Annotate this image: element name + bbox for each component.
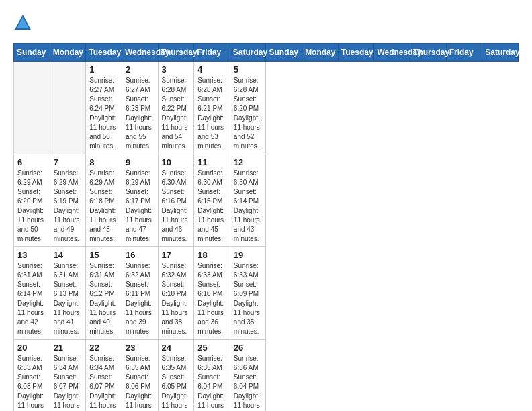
day-info: Sunrise: 6:29 AM Sunset: 6:18 PM Dayligh… [89, 169, 118, 244]
day-cell: 6Sunrise: 6:29 AM Sunset: 6:20 PM Daylig… [14, 154, 50, 247]
col-header-saturday: Saturday [230, 44, 266, 62]
week-row-1: 1Sunrise: 6:27 AM Sunset: 6:24 PM Daylig… [14, 62, 519, 154]
day-number: 16 [126, 250, 154, 260]
day-cell: 4Sunrise: 6:28 AM Sunset: 6:21 PM Daylig… [194, 62, 230, 154]
day-cell [50, 62, 86, 154]
day-cell: 1Sunrise: 6:27 AM Sunset: 6:24 PM Daylig… [86, 62, 122, 154]
day-cell: 5Sunrise: 6:28 AM Sunset: 6:20 PM Daylig… [230, 62, 266, 154]
day-cell: 10Sunrise: 6:30 AM Sunset: 6:16 PM Dayli… [158, 154, 194, 247]
day-number: 11 [197, 157, 226, 167]
day-info: Sunrise: 6:29 AM Sunset: 6:19 PM Dayligh… [54, 169, 83, 244]
page-header [13, 13, 519, 32]
day-info: Sunrise: 6:31 AM Sunset: 6:14 PM Dayligh… [17, 261, 46, 336]
day-cell: 8Sunrise: 6:29 AM Sunset: 6:18 PM Daylig… [86, 154, 122, 247]
day-info: Sunrise: 6:28 AM Sunset: 6:20 PM Dayligh… [234, 76, 263, 151]
day-info: Sunrise: 6:34 AM Sunset: 6:07 PM Dayligh… [54, 354, 83, 411]
logo-icon [13, 13, 32, 32]
day-cell: 16Sunrise: 6:32 AM Sunset: 6:11 PM Dayli… [122, 247, 158, 340]
day-number: 26 [234, 342, 263, 353]
day-number: 22 [89, 342, 118, 353]
day-cell [14, 62, 50, 154]
day-info: Sunrise: 6:33 AM Sunset: 6:08 PM Dayligh… [17, 354, 46, 411]
day-number: 3 [162, 64, 191, 75]
day-cell: 20Sunrise: 6:33 AM Sunset: 6:08 PM Dayli… [14, 340, 50, 412]
header-row: SundayMondayTuesdayWednesdayThursdayFrid… [14, 44, 519, 62]
day-number: 25 [197, 342, 226, 353]
col-header-friday: Friday [194, 44, 230, 62]
col-header-wednesday: Wednesday [374, 44, 410, 62]
day-number: 5 [234, 64, 263, 75]
day-info: Sunrise: 6:36 AM Sunset: 6:04 PM Dayligh… [234, 354, 263, 411]
day-number: 14 [54, 250, 83, 260]
day-info: Sunrise: 6:32 AM Sunset: 6:10 PM Dayligh… [162, 261, 191, 336]
day-cell: 24Sunrise: 6:35 AM Sunset: 6:05 PM Dayli… [158, 340, 194, 412]
day-info: Sunrise: 6:29 AM Sunset: 6:17 PM Dayligh… [126, 169, 154, 244]
col-header-monday: Monday [302, 44, 339, 62]
week-row-2: 6Sunrise: 6:29 AM Sunset: 6:20 PM Daylig… [14, 154, 519, 247]
col-header-sunday: Sunday [266, 44, 302, 62]
day-info: Sunrise: 6:29 AM Sunset: 6:20 PM Dayligh… [17, 169, 46, 244]
day-info: Sunrise: 6:27 AM Sunset: 6:23 PM Dayligh… [126, 76, 154, 151]
day-info: Sunrise: 6:28 AM Sunset: 6:21 PM Dayligh… [197, 76, 226, 151]
logo [13, 13, 35, 32]
col-header-thursday: Thursday [158, 44, 194, 62]
day-info: Sunrise: 6:31 AM Sunset: 6:13 PM Dayligh… [54, 261, 83, 336]
day-number: 24 [162, 342, 191, 353]
day-cell: 23Sunrise: 6:35 AM Sunset: 6:06 PM Dayli… [122, 340, 158, 412]
day-cell: 19Sunrise: 6:33 AM Sunset: 6:09 PM Dayli… [230, 247, 266, 340]
day-info: Sunrise: 6:28 AM Sunset: 6:22 PM Dayligh… [162, 76, 191, 151]
day-number: 23 [126, 342, 154, 353]
calendar-table: SundayMondayTuesdayWednesdayThursdayFrid… [13, 43, 519, 411]
day-number: 21 [54, 342, 83, 353]
day-number: 19 [234, 250, 263, 260]
day-number: 17 [162, 250, 191, 260]
day-info: Sunrise: 6:30 AM Sunset: 6:14 PM Dayligh… [234, 169, 263, 244]
col-header-tuesday: Tuesday [338, 44, 374, 62]
day-cell: 18Sunrise: 6:33 AM Sunset: 6:10 PM Dayli… [194, 247, 230, 340]
col-header-monday: Monday [50, 44, 86, 62]
col-header-wednesday: Wednesday [122, 44, 158, 62]
day-number: 1 [89, 64, 118, 75]
day-info: Sunrise: 6:30 AM Sunset: 6:15 PM Dayligh… [197, 169, 226, 244]
day-info: Sunrise: 6:33 AM Sunset: 6:09 PM Dayligh… [234, 261, 263, 336]
col-header-sunday: Sunday [14, 44, 50, 62]
day-cell: 9Sunrise: 6:29 AM Sunset: 6:17 PM Daylig… [122, 154, 158, 247]
day-number: 18 [197, 250, 226, 260]
day-info: Sunrise: 6:34 AM Sunset: 6:07 PM Dayligh… [89, 354, 118, 411]
day-number: 12 [234, 157, 263, 167]
day-info: Sunrise: 6:30 AM Sunset: 6:16 PM Dayligh… [162, 169, 191, 244]
col-header-thursday: Thursday [410, 44, 447, 62]
day-info: Sunrise: 6:32 AM Sunset: 6:11 PM Dayligh… [126, 261, 154, 336]
day-cell: 25Sunrise: 6:35 AM Sunset: 6:04 PM Dayli… [194, 340, 230, 412]
day-cell: 15Sunrise: 6:31 AM Sunset: 6:12 PM Dayli… [86, 247, 122, 340]
day-number: 2 [126, 64, 154, 75]
day-cell: 17Sunrise: 6:32 AM Sunset: 6:10 PM Dayli… [158, 247, 194, 340]
day-number: 10 [162, 157, 191, 167]
week-row-4: 20Sunrise: 6:33 AM Sunset: 6:08 PM Dayli… [14, 340, 519, 412]
day-number: 6 [17, 157, 46, 167]
day-number: 13 [17, 250, 46, 260]
day-info: Sunrise: 6:31 AM Sunset: 6:12 PM Dayligh… [89, 261, 118, 336]
day-cell: 3Sunrise: 6:28 AM Sunset: 6:22 PM Daylig… [158, 62, 194, 154]
day-cell: 22Sunrise: 6:34 AM Sunset: 6:07 PM Dayli… [86, 340, 122, 412]
col-header-saturday: Saturday [482, 44, 519, 62]
day-cell: 12Sunrise: 6:30 AM Sunset: 6:14 PM Dayli… [230, 154, 266, 247]
day-number: 9 [126, 157, 154, 167]
day-info: Sunrise: 6:35 AM Sunset: 6:05 PM Dayligh… [162, 354, 191, 411]
day-cell: 7Sunrise: 6:29 AM Sunset: 6:19 PM Daylig… [50, 154, 86, 247]
day-info: Sunrise: 6:35 AM Sunset: 6:06 PM Dayligh… [126, 354, 154, 411]
day-number: 8 [89, 157, 118, 167]
week-row-3: 13Sunrise: 6:31 AM Sunset: 6:14 PM Dayli… [14, 247, 519, 340]
day-info: Sunrise: 6:27 AM Sunset: 6:24 PM Dayligh… [89, 76, 118, 151]
day-cell: 26Sunrise: 6:36 AM Sunset: 6:04 PM Dayli… [230, 340, 266, 412]
day-info: Sunrise: 6:35 AM Sunset: 6:04 PM Dayligh… [197, 354, 226, 411]
day-number: 4 [197, 64, 226, 75]
day-cell: 11Sunrise: 6:30 AM Sunset: 6:15 PM Dayli… [194, 154, 230, 247]
col-header-friday: Friday [446, 44, 482, 62]
day-number: 20 [17, 342, 46, 353]
day-cell: 21Sunrise: 6:34 AM Sunset: 6:07 PM Dayli… [50, 340, 86, 412]
day-info: Sunrise: 6:33 AM Sunset: 6:10 PM Dayligh… [197, 261, 226, 336]
day-number: 15 [89, 250, 118, 260]
day-cell: 13Sunrise: 6:31 AM Sunset: 6:14 PM Dayli… [14, 247, 50, 340]
col-header-tuesday: Tuesday [86, 44, 122, 62]
